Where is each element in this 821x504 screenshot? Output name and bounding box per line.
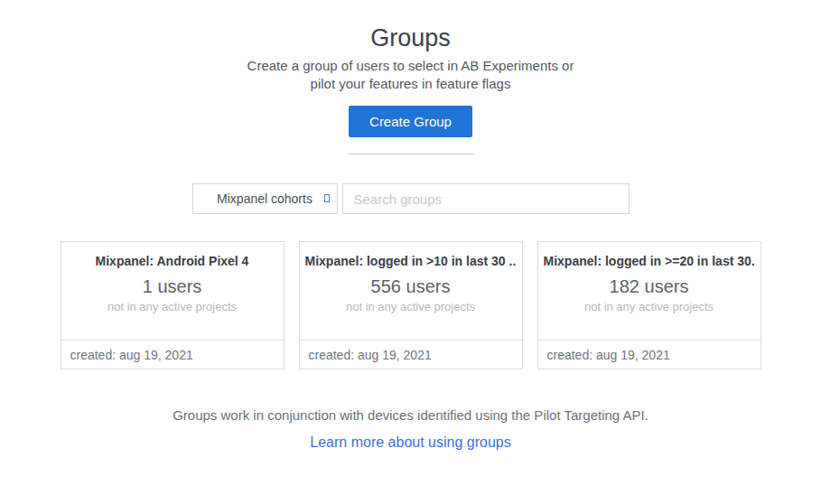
group-card[interactable]: Mixpanel: logged in >=20 in last 30... 1… (537, 241, 761, 369)
create-group-button[interactable]: Create Group (349, 106, 472, 137)
footer-link-row: Learn more about using groups (0, 434, 821, 451)
group-card-body: Mixpanel: logged in >10 in last 30 ... 5… (300, 242, 522, 340)
group-card-project-status: not in any active projects (67, 300, 278, 313)
group-card-created: created: aug 19, 2021 (61, 340, 284, 369)
cohort-source-dropdown[interactable]: Mixpanel cohorts (192, 183, 338, 214)
filter-controls: Mixpanel cohorts (0, 183, 821, 214)
group-card-title: Mixpanel: logged in >=20 in last 30... (544, 254, 755, 268)
learn-more-link[interactable]: Learn more about using groups (310, 434, 510, 450)
header-divider (348, 154, 474, 154)
cohort-source-dropdown-value: Mixpanel cohorts (217, 191, 313, 206)
group-card[interactable]: Mixpanel: logged in >10 in last 30 ... 5… (299, 241, 523, 369)
group-card-users-count: 556 users (305, 276, 517, 297)
group-card-created: created: aug 19, 2021 (300, 340, 522, 369)
group-card-body: Mixpanel: logged in >=20 in last 30... 1… (538, 242, 760, 340)
page-subtitle: Create a group of users to select in AB … (0, 57, 821, 93)
group-card-body: Mixpanel: Android Pixel 4 1 users not in… (61, 242, 284, 340)
footer-note: Groups work in conjunction with devices … (0, 407, 821, 423)
search-groups-input[interactable] (342, 183, 630, 214)
group-cards-row: Mixpanel: Android Pixel 4 1 users not in… (0, 241, 821, 369)
group-card-title: Mixpanel: Android Pixel 4 (67, 254, 278, 268)
subtitle-line-2: pilot your features in feature flags (0, 75, 821, 93)
group-card[interactable]: Mixpanel: Android Pixel 4 1 users not in… (61, 241, 285, 369)
page-title: Groups (0, 0, 821, 52)
group-card-project-status: not in any active projects (544, 300, 755, 313)
dropdown-indicator-icon (324, 194, 330, 202)
group-card-title: Mixpanel: logged in >10 in last 30 ... (305, 254, 517, 268)
groups-page: Groups Create a group of users to select… (0, 0, 821, 504)
group-card-created: created: aug 19, 2021 (538, 340, 760, 369)
group-card-project-status: not in any active projects (305, 300, 517, 313)
group-card-users-count: 182 users (544, 276, 755, 297)
subtitle-line-1: Create a group of users to select in AB … (0, 57, 821, 75)
group-card-users-count: 1 users (67, 276, 278, 297)
